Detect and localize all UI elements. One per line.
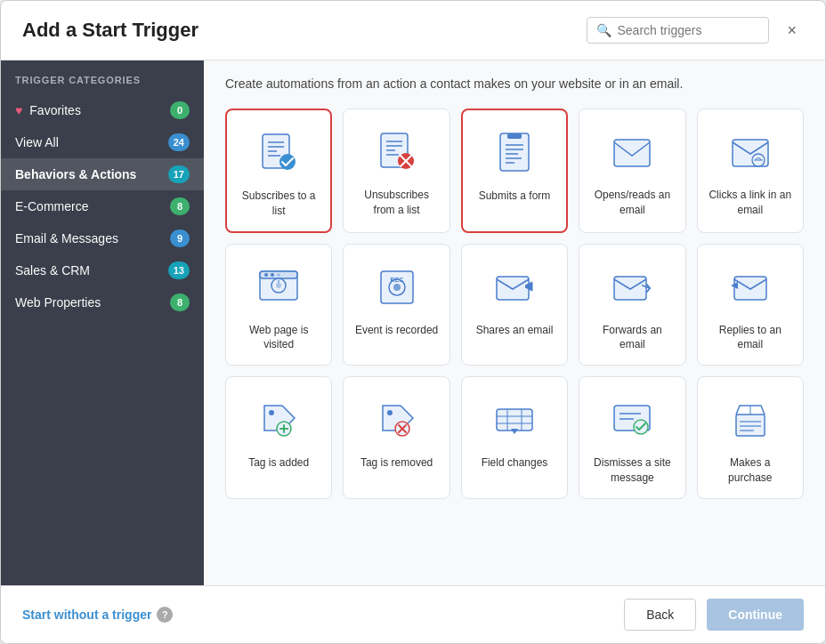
trigger-label-makes-purchase: Makes a purchase	[709, 455, 792, 486]
sidebar-label-view-all: View All	[15, 135, 59, 149]
trigger-icon-dismisses-site	[607, 395, 657, 445]
svg-rect-15	[507, 133, 522, 139]
trigger-label-tag-added: Tag is added	[248, 455, 309, 471]
sidebar-item-behaviors-actions[interactable]: Behaviors & Actions 17	[1, 158, 204, 190]
search-icon: 🔍	[596, 23, 611, 37]
trigger-card-unsubscribes[interactable]: Unsubscribes from a list	[343, 109, 449, 233]
trigger-card-event-recorded[interactable]: REC Event is recorded	[343, 244, 449, 366]
sidebar-label-behaviors-actions: Behaviors & Actions	[15, 167, 136, 181]
badge-e-commerce: 8	[170, 197, 190, 215]
trigger-label-unsubscribes: Unsubscribes from a list	[354, 188, 438, 218]
sidebar-label-e-commerce: E-Commerce	[15, 199, 88, 213]
trigger-icon-subscribes	[254, 128, 304, 178]
start-without-label: Start without a trigger	[22, 608, 151, 622]
trigger-icon-forwards-email	[607, 262, 657, 312]
back-button[interactable]: Back	[624, 599, 696, 631]
svg-point-44	[269, 410, 274, 415]
trigger-label-dismisses-site: Dismisses a site message	[590, 455, 674, 486]
heart-icon: ♥	[15, 103, 22, 117]
trigger-icon-shares-email	[490, 262, 539, 312]
svg-rect-38	[614, 277, 646, 300]
svg-rect-42	[734, 277, 766, 300]
trigger-label-forwards-email: Forwards an email	[590, 323, 674, 353]
footer-buttons: Back Continue	[624, 599, 804, 631]
trigger-card-submits-form[interactable]: Submits a form	[461, 109, 568, 233]
badge-email-messages: 9	[170, 229, 190, 247]
trigger-label-clicks-link: Clicks a link in an email	[709, 188, 792, 218]
badge-sales-crm: 13	[168, 262, 190, 279]
sidebar-item-e-commerce[interactable]: E-Commerce 8	[1, 190, 204, 222]
trigger-card-subscribes[interactable]: Subscribes to a list	[225, 109, 332, 233]
search-input[interactable]	[617, 23, 759, 37]
trigger-card-shares-email[interactable]: Shares an email	[461, 244, 568, 366]
trigger-icon-clicks-link	[725, 127, 775, 177]
badge-view-all: 24	[168, 133, 190, 151]
trigger-icon-event-recorded: REC	[372, 262, 422, 312]
trigger-icon-tag-added	[254, 395, 304, 445]
help-icon: ?	[157, 607, 173, 623]
trigger-icon-submits-form	[490, 128, 539, 178]
sidebar-label-web-properties: Web Properties	[15, 295, 101, 310]
svg-point-31	[276, 283, 281, 288]
trigger-card-web-page[interactable]: Web page is visited	[225, 244, 332, 366]
trigger-card-field-changes[interactable]: Field changes	[461, 376, 568, 499]
badge-favorites: 0	[170, 101, 190, 119]
svg-rect-14	[500, 133, 529, 171]
content-grid: Subscribes to a list	[204, 101, 825, 585]
start-without-link[interactable]: Start without a trigger ?	[22, 607, 173, 623]
svg-rect-37	[497, 277, 529, 300]
trigger-icon-tag-removed	[372, 395, 422, 445]
trigger-icon-unsubscribes	[372, 127, 422, 177]
header-right: 🔍 ×	[587, 17, 804, 44]
badge-behaviors-actions: 17	[168, 165, 190, 183]
trigger-card-replies-email[interactable]: Replies to an email	[697, 244, 804, 366]
trigger-card-tag-added[interactable]: Tag is added	[225, 376, 332, 499]
svg-text:REC: REC	[390, 277, 403, 283]
trigger-label-field-changes: Field changes	[482, 455, 548, 471]
svg-rect-21	[614, 140, 650, 166]
trigger-card-opens-email[interactable]: Opens/reads an email	[579, 109, 685, 233]
sidebar-label-favorites: Favorites	[29, 103, 81, 117]
sidebar-item-email-messages[interactable]: Email & Messages 9	[1, 222, 204, 254]
trigger-icon-field-changes	[490, 395, 539, 445]
trigger-label-event-recorded: Event is recorded	[355, 323, 438, 338]
modal-footer: Start without a trigger ? Back Continue	[1, 585, 825, 643]
trigger-card-forwards-email[interactable]: Forwards an email	[579, 244, 685, 366]
sidebar-item-sales-crm[interactable]: Sales & CRM 13	[1, 254, 204, 286]
trigger-icon-replies-email	[725, 262, 775, 312]
trigger-icon-web-page	[254, 262, 304, 312]
badge-web-properties: 8	[170, 294, 190, 311]
trigger-card-makes-purchase[interactable]: Makes a purchase	[697, 376, 804, 499]
sidebar-item-view-all[interactable]: View All 24	[1, 126, 204, 158]
content-area: Create automations from an action a cont…	[204, 60, 825, 585]
sidebar-label-sales-crm: Sales & CRM	[15, 263, 90, 278]
sidebar-section-title: TRIGGER CATEGORIES	[1, 75, 204, 94]
content-header: Create automations from an action a cont…	[204, 60, 825, 101]
continue-button[interactable]: Continue	[707, 599, 804, 631]
svg-point-29	[278, 273, 280, 276]
search-box[interactable]: 🔍	[587, 17, 769, 44]
svg-point-28	[271, 273, 274, 277]
close-button[interactable]: ×	[780, 18, 804, 44]
modal-body: TRIGGER CATEGORIES ♥ Favorites 0 View Al…	[1, 60, 825, 585]
trigger-label-shares-email: Shares an email	[476, 323, 554, 338]
trigger-icon-makes-purchase	[725, 395, 775, 445]
modal-header: Add a Start Trigger 🔍 ×	[1, 1, 825, 60]
svg-point-35	[393, 284, 401, 291]
svg-rect-61	[736, 415, 765, 436]
trigger-label-submits-form: Submits a form	[479, 189, 551, 204]
trigger-label-subscribes: Subscribes to a list	[238, 189, 320, 219]
sidebar-item-favorites[interactable]: ♥ Favorites 0	[1, 94, 204, 126]
svg-line-41	[647, 288, 650, 292]
sidebar-item-web-properties[interactable]: Web Properties 8	[1, 286, 204, 318]
trigger-card-tag-removed[interactable]: Tag is removed	[343, 376, 449, 499]
sidebar-label-email-messages: Email & Messages	[15, 231, 118, 246]
trigger-grid: Subscribes to a list	[225, 109, 804, 499]
trigger-card-clicks-link[interactable]: Clicks a link in an email	[697, 109, 804, 233]
modal-title: Add a Start Trigger	[22, 19, 198, 42]
svg-point-48	[387, 410, 393, 415]
trigger-label-opens-email: Opens/reads an email	[590, 188, 674, 218]
trigger-icon-opens-email	[607, 127, 657, 177]
trigger-card-dismisses-site[interactable]: Dismisses a site message	[579, 376, 685, 499]
modal: Add a Start Trigger 🔍 × TRIGGER CATEGORI…	[0, 0, 826, 644]
